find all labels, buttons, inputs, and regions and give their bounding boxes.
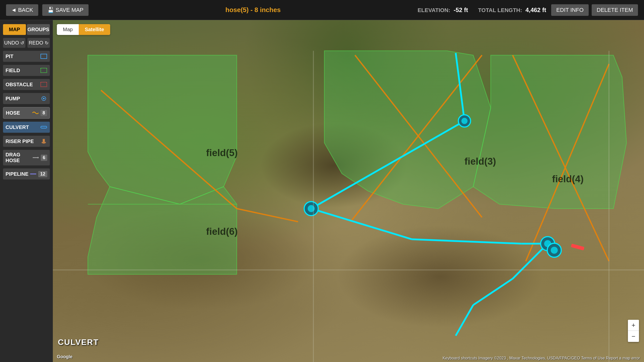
map-footer-attribution: Keyboard shortcuts Imagery ©2023 , Maxar…: [442, 356, 640, 360]
redo-label: REDO: [29, 40, 43, 46]
tab-map[interactable]: MAP: [3, 24, 26, 35]
top-bar-left: ◄ BACK 💾 SAVE MAP: [6, 4, 89, 16]
pit-icon: [40, 53, 47, 60]
svg-marker-9: [38, 157, 39, 159]
undo-icon: ↺: [20, 40, 24, 46]
drag-hose-badge: 6: [41, 155, 47, 161]
tool-hose[interactable]: HOSE 8: [3, 107, 50, 119]
undo-redo-row: UNDO ↺ REDO ↻: [3, 38, 50, 48]
edit-info-button[interactable]: EDIT INFO: [551, 4, 588, 16]
obstacle-icon: [40, 81, 47, 88]
tool-drag-hose[interactable]: DRAG HOSE 6: [3, 150, 50, 165]
google-attribution: Google: [57, 354, 72, 359]
zoom-in-button[interactable]: +: [628, 320, 639, 331]
drag-hose-icon: [32, 154, 39, 161]
tool-pump[interactable]: PUMP: [3, 93, 50, 104]
zoom-controls: + −: [628, 320, 639, 342]
delete-item-button[interactable]: DELETE ITEM: [592, 4, 638, 16]
pipeline-label: PIPELINE: [6, 171, 30, 177]
top-bar: ◄ BACK 💾 SAVE MAP hose(5) - 8 inches ELE…: [0, 0, 644, 20]
tool-culvert[interactable]: CULVERT: [3, 122, 50, 133]
terrain-patch-1: [260, 123, 408, 208]
pit-label: PIT: [6, 54, 40, 59]
top-bar-center: hose(5) - 8 inches: [94, 6, 413, 14]
undo-button[interactable]: UNDO ↺: [3, 38, 25, 48]
tab-groups[interactable]: GROUPS: [27, 24, 50, 35]
culvert-label-box: CULVERT: [58, 338, 99, 347]
top-bar-actions: EDIT INFO DELETE ITEM: [551, 4, 638, 16]
elevation-label: ELEVATION:: [418, 7, 450, 13]
sidebar: MAP GROUPS UNDO ↺ REDO ↻ PIT FI: [0, 20, 53, 362]
culvert-icon: [40, 124, 47, 131]
tool-obstacle[interactable]: OBSTACLE: [3, 79, 50, 90]
svg-rect-1: [41, 68, 47, 73]
hose-icon: [32, 109, 39, 116]
culvert-label-text: CULVERT: [58, 338, 99, 347]
svg-rect-8: [42, 142, 46, 143]
total-length-value: 4,462 ft: [526, 7, 546, 13]
terrain-patch-3: [337, 225, 544, 328]
redo-icon: ↻: [45, 40, 49, 46]
map-area[interactable]: Map Satellite: [53, 20, 644, 362]
zoom-out-button[interactable]: −: [628, 331, 639, 342]
culvert-label: CULVERT: [6, 124, 40, 130]
tool-pit[interactable]: PIT: [3, 51, 50, 62]
svg-point-4: [43, 98, 45, 99]
tool-pipeline[interactable]: PIPELINE 12: [3, 168, 50, 179]
total-length-label: TOTAL LENGTH:: [478, 7, 522, 13]
field-icon: [40, 67, 47, 74]
elevation-stat: ELEVATION: -52 ft: [418, 7, 468, 14]
main-area: MAP GROUPS UNDO ↺ REDO ↻ PIT FI: [0, 20, 644, 362]
undo-label: UNDO: [4, 40, 19, 46]
drag-hose-label: DRAG HOSE: [6, 152, 32, 163]
map-view-toggle: Map Satellite: [57, 24, 110, 35]
hose-label: HOSE: [6, 110, 32, 116]
elevation-value: -52 ft: [454, 7, 468, 13]
tab-row: MAP GROUPS: [3, 24, 50, 35]
svg-rect-2: [41, 82, 47, 87]
tool-riser-pipe[interactable]: RISER PIPE: [3, 136, 50, 147]
back-button[interactable]: ◄ BACK: [6, 4, 38, 16]
pipeline-badge: 12: [38, 171, 47, 177]
pump-icon: [40, 95, 47, 102]
top-bar-stats: ELEVATION: -52 ft TOTAL LENGTH: 4,462 ft: [418, 7, 546, 14]
riser-pipe-label: RISER PIPE: [6, 139, 40, 144]
svg-rect-0: [41, 54, 47, 59]
field-label: FIELD: [6, 68, 40, 73]
item-title: hose(5) - 8 inches: [225, 6, 281, 14]
riser-pipe-icon: [40, 138, 47, 145]
obstacle-label: OBSTACLE: [6, 82, 40, 87]
total-length-stat: TOTAL LENGTH: 4,462 ft: [478, 7, 546, 14]
tool-field[interactable]: FIELD: [3, 65, 50, 76]
map-view-satellite-button[interactable]: Satellite: [79, 24, 110, 35]
redo-button[interactable]: REDO ↻: [27, 38, 50, 48]
hose-badge: 8: [41, 110, 47, 116]
pump-label: PUMP: [6, 96, 40, 102]
terrain-patch-2: [83, 208, 319, 311]
pipeline-icon: [30, 170, 37, 177]
map-background: field(5) field(3) field(4) field(6) CULV…: [53, 20, 644, 362]
map-view-map-button[interactable]: Map: [57, 24, 79, 35]
save-map-button[interactable]: 💾 SAVE MAP: [42, 4, 89, 16]
